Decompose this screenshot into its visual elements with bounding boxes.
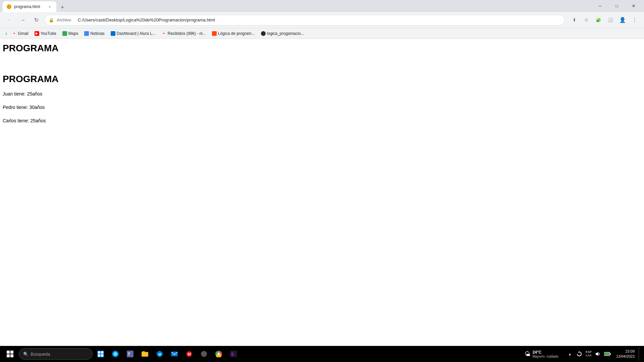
back-button[interactable]: ← <box>4 15 15 25</box>
windows-logo-icon <box>7 351 13 357</box>
tray-language-label: ESP LAA <box>586 351 592 357</box>
maps-icon <box>62 31 67 36</box>
close-button[interactable]: ✕ <box>626 1 641 11</box>
bookmark-youtube[interactable]: YouTube <box>32 30 59 37</box>
system-tray: ▲ ESP LAA <box>564 351 613 357</box>
forward-button[interactable]: → <box>17 15 28 25</box>
page-title-top: PROGRAMA <box>3 43 640 54</box>
clock-time: 23:09 <box>616 349 635 354</box>
taskbar-photos-icon[interactable] <box>109 347 122 361</box>
address-bar[interactable]: 🔒 Archivo C:/Users/casti/Desktop/Logica%… <box>44 15 565 25</box>
bookmark-github-label: logica_progamacio... <box>267 31 304 36</box>
svg-rect-4 <box>101 354 103 357</box>
bookmark-maps-label: Maps <box>68 31 78 36</box>
bookmark-dashboard[interactable]: Dashboard | Alura L... <box>108 30 158 37</box>
taskbar-gallery-icon[interactable] <box>94 347 107 361</box>
search-placeholder: Búsqueda <box>31 352 50 357</box>
clock-widget[interactable]: 23:09 13/04/2023 <box>616 349 635 359</box>
gallery-svg-icon <box>97 351 104 357</box>
weather-widget[interactable]: 🌤 24°C Mayorm. nublado <box>525 350 558 358</box>
profile-button[interactable]: 👤 <box>617 15 628 25</box>
taskbar-misc1-icon[interactable] <box>197 347 211 361</box>
antivirus-svg-icon: M <box>186 351 193 357</box>
svg-text:M: M <box>187 352 191 357</box>
security-icon: 🔒 <box>49 17 54 22</box>
tray-battery-icon[interactable] <box>604 351 611 357</box>
bookmark-gmail[interactable]: M Gmail <box>9 30 31 37</box>
noticias-icon <box>84 31 89 36</box>
person-pedro: Pedro tiene: 30años <box>3 105 640 110</box>
tray-volume-icon[interactable] <box>595 351 601 357</box>
bookmark-youtube-label: YouTube <box>41 31 56 36</box>
taskbar-chrome-icon[interactable] <box>212 347 225 361</box>
bookmark-button[interactable]: ☆ <box>581 15 592 25</box>
logica-icon <box>212 31 217 36</box>
svg-rect-23 <box>610 353 611 355</box>
person-carlos: Carlos tiene: 25años <box>3 118 640 123</box>
weather-temp: 24°C <box>533 350 558 355</box>
svg-point-6 <box>113 352 117 356</box>
bookmark-recibidos[interactable]: M Recibidos (996) - ni... <box>159 30 209 37</box>
title-bar: programa.html × + ─ □ ✕ <box>0 0 644 12</box>
sync-svg-icon <box>577 351 582 357</box>
bookmark-github[interactable]: logica_progamacio... <box>258 30 307 37</box>
svg-rect-24 <box>604 353 609 355</box>
refresh-button[interactable]: ↻ <box>31 15 42 25</box>
browser-layout-button[interactable]: ⬜ <box>605 15 616 25</box>
navigation-bar: ← → ↻ 🔒 Archivo C:/Users/casti/Desktop/L… <box>0 12 644 28</box>
show-desktop-button[interactable] <box>639 347 641 361</box>
bookmark-maps[interactable]: Maps <box>60 30 81 37</box>
taskbar-edge-icon[interactable] <box>153 347 166 361</box>
tray-language-icon[interactable]: ESP LAA <box>585 351 592 357</box>
page-title-main: PROGRAMA <box>3 74 640 84</box>
battery-svg-icon <box>604 352 611 356</box>
scorpion-svg-icon: S <box>230 351 237 357</box>
tab-favicon <box>7 4 11 9</box>
svg-text:T: T <box>128 352 130 357</box>
edge-svg-icon <box>156 351 163 357</box>
weather-icon: 🌤 <box>525 351 531 358</box>
person-juan: Juan tiene: 25años <box>3 91 640 97</box>
extensions-button[interactable]: 🧩 <box>593 15 604 25</box>
teams-svg-icon: T <box>127 351 133 357</box>
misc1-svg-icon <box>201 351 207 357</box>
svg-rect-3 <box>98 354 100 357</box>
github-icon <box>261 31 266 36</box>
bookmark-dashboard-label: Dashboard | Alura L... <box>117 31 156 36</box>
volume-svg-icon <box>595 351 601 357</box>
svg-point-15 <box>201 351 207 357</box>
taskbar-right: 🌤 24°C Mayorm. nublado ▲ ESP LAA <box>525 347 641 361</box>
address-scheme: Archivo <box>57 17 71 22</box>
bookmark-gmail-label: Gmail <box>18 31 28 36</box>
taskbar-left: 🔍 Búsqueda T M <box>3 347 523 361</box>
start-button[interactable] <box>3 347 17 361</box>
tray-sync-icon[interactable] <box>576 351 583 357</box>
menu-button[interactable]: ⋮ <box>629 15 640 25</box>
dashboard-icon <box>111 31 115 36</box>
taskbar: 🔍 Búsqueda T M <box>0 346 644 362</box>
taskbar-mail-icon[interactable] <box>168 347 181 361</box>
chrome-svg-icon <box>215 351 222 357</box>
bookmark-logica[interactable]: Lógica de program... <box>209 30 258 37</box>
taskbar-teams-icon[interactable]: T <box>123 347 137 361</box>
bookmarks-scroll-left[interactable]: ‹ <box>4 29 8 38</box>
active-tab[interactable]: programa.html × <box>3 1 56 12</box>
new-tab-button[interactable]: + <box>58 3 67 12</box>
tab-title: programa.html <box>14 4 44 9</box>
tab-close-button[interactable]: × <box>47 4 52 9</box>
photos-svg-icon <box>112 351 119 357</box>
taskbar-antivirus-icon[interactable]: M <box>182 347 196 361</box>
bookmark-recibidos-label: Recibidos (996) - ni... <box>168 31 206 36</box>
taskbar-search[interactable]: 🔍 Búsqueda <box>19 348 93 360</box>
bookmarks-bar: ‹ M Gmail YouTube Maps Noticias Dashboar… <box>0 28 644 39</box>
window-controls: ─ □ ✕ <box>592 1 641 11</box>
taskbar-scorpion-icon[interactable]: S <box>227 347 240 361</box>
minimize-button[interactable]: ─ <box>592 1 608 11</box>
tray-expand-button[interactable]: ▲ <box>567 351 573 357</box>
nav-actions: ⬆ ☆ 🧩 ⬜ 👤 ⋮ <box>569 15 640 25</box>
taskbar-explorer-icon[interactable] <box>138 347 152 361</box>
maximize-button[interactable]: □ <box>609 1 625 11</box>
search-icon: 🔍 <box>23 352 29 357</box>
share-button[interactable]: ⬆ <box>569 15 580 25</box>
bookmark-noticias[interactable]: Noticias <box>82 30 107 37</box>
